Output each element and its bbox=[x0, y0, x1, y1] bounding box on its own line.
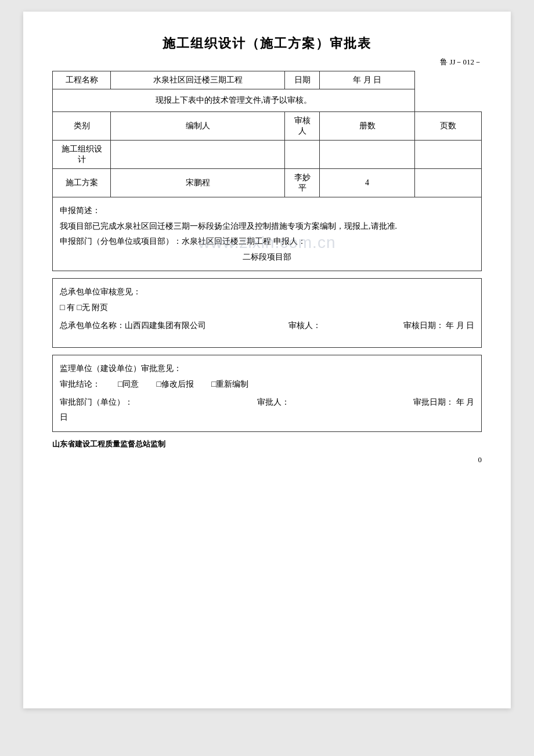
table-row-1: 施工组织设计 bbox=[53, 141, 482, 169]
notice-text: 现报上下表中的技术管理文件,请予以审核。 bbox=[53, 89, 415, 112]
date-label: 日期 bbox=[285, 71, 320, 89]
form-id: 鲁 JJ－012－ bbox=[52, 57, 482, 67]
row2-pages bbox=[415, 169, 482, 197]
gc-reviewer: 审核人： bbox=[288, 318, 321, 334]
approval-dept-row: 审批部门（单位）： 审批人： 审批日期： 年 月 bbox=[60, 395, 474, 411]
row2-type: 施工方案 bbox=[53, 169, 111, 197]
application-line1: 我项目部已完成水泉社区回迁楼三期一标段扬尘治理及控制措施专项方案编制，现报上,请… bbox=[60, 219, 474, 235]
table-row-2: 施工方案 宋鹏程 李妙平 4 bbox=[53, 169, 482, 197]
approver-label: 审批人： bbox=[257, 395, 290, 411]
agree-option: □同意 bbox=[118, 377, 139, 393]
gc-company: 总承包单位名称：山西四建集团有限公司 bbox=[60, 318, 206, 334]
footer-note: 山东省建设工程质量监督总站监制 bbox=[52, 439, 482, 449]
document-page: 施工组织设计（施工方案）审批表 鲁 JJ－012－ 工程名称 水泉社区回迁楼三期… bbox=[23, 12, 511, 708]
main-table: 工程名称 水泉社区回迁楼三期工程 日期 年 月 日 现报上下表中的技术管理文件,… bbox=[52, 71, 482, 197]
page-title: 施工组织设计（施工方案）审批表 bbox=[52, 35, 482, 52]
row1-editor bbox=[111, 141, 285, 169]
redo-option: □重新编制 bbox=[211, 377, 248, 393]
gc-review-date: 审核日期： 年 月 日 bbox=[403, 318, 475, 334]
row1-volumes bbox=[320, 141, 415, 169]
page-number: 0 bbox=[52, 455, 482, 465]
row2-editor: 宋鹏程 bbox=[111, 169, 285, 197]
row2-volumes: 4 bbox=[320, 169, 415, 197]
gc-attachment: □ 有 □无 附页 bbox=[60, 300, 474, 316]
application-section: 申报简述： 我项目部已完成水泉社区回迁楼三期一标段扬尘治理及控制措施专项方案编制… bbox=[52, 197, 482, 271]
supervisor-title: 监理单位（建设单位）审批意见： bbox=[60, 361, 474, 377]
gc-title: 总承包单位审核意见： bbox=[60, 285, 474, 300]
application-line3: 二标段项目部 bbox=[60, 250, 474, 265]
application-line2: 申报部门（分包单位或项目部）：水泉社区回迁楼三期工程 申报人： bbox=[60, 234, 474, 250]
col-editor: 编制人 bbox=[111, 112, 285, 141]
approval-date: 审批日期： 年 月 bbox=[413, 395, 474, 411]
approval-result-row: 审批结论： □同意 □修改后报 □重新编制 bbox=[60, 377, 474, 393]
supervisor-section: 监理单位（建设单位）审批意见： 审批结论： □同意 □修改后报 □重新编制 审批… bbox=[52, 355, 482, 431]
revise-option: □修改后报 bbox=[156, 377, 193, 393]
approval-date-2: 日 bbox=[60, 410, 474, 426]
col-pages: 页数 bbox=[415, 112, 482, 141]
row1-type: 施工组织设计 bbox=[53, 141, 111, 169]
project-row: 工程名称 水泉社区回迁楼三期工程 日期 年 月 日 bbox=[53, 71, 482, 89]
project-label: 工程名称 bbox=[53, 71, 111, 89]
col-type: 类别 bbox=[53, 112, 111, 141]
row1-reviewer bbox=[285, 141, 320, 169]
application-title: 申报简述： bbox=[60, 203, 474, 219]
row2-reviewer: 李妙平 bbox=[285, 169, 320, 197]
result-label: 审批结论： bbox=[60, 377, 100, 393]
project-name: 水泉社区回迁楼三期工程 bbox=[111, 71, 285, 89]
general-contractor-section: 总承包单位审核意见： □ 有 □无 附页 总承包单位名称：山西四建集团有限公司 … bbox=[52, 278, 482, 348]
col-reviewer: 审核人 bbox=[285, 112, 320, 141]
col-volumes: 册数 bbox=[320, 112, 415, 141]
header-row: 类别 编制人 审核人 册数 页数 bbox=[53, 112, 482, 141]
row1-pages bbox=[415, 141, 482, 169]
date-value: 年 月 日 bbox=[320, 71, 415, 89]
dept-label: 审批部门（单位）： bbox=[60, 395, 133, 411]
notice-row: 现报上下表中的技术管理文件,请予以审核。 bbox=[53, 89, 482, 112]
